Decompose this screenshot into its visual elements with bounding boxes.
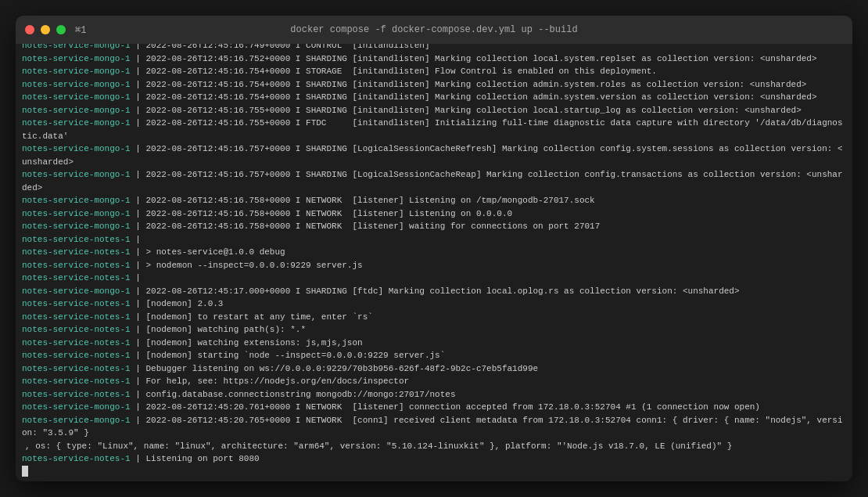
log-message: | [nodemon] watching path(s): *.* (131, 325, 306, 334)
log-line: notes-service-notes-1 | Listening on por… (22, 452, 846, 466)
log-message: | > notes-service@1.0.0 debug (131, 247, 285, 257)
log-message: | (131, 235, 141, 244)
log-line: notes-service-notes-1 | > notes-service@… (22, 246, 846, 259)
log-message: | config.database.connectionstring mongo… (131, 390, 456, 399)
log-line: notes-service-notes-1 | [nodemon] starti… (22, 349, 846, 362)
service-label: notes-service-notes-1 (22, 390, 131, 399)
service-label: notes-service-mongo-1 (22, 221, 131, 231)
log-message: | Listening on port 8080 (131, 454, 260, 463)
log-line: notes-service-notes-1 | (22, 233, 846, 247)
service-label: notes-service-notes-1 (22, 312, 131, 322)
log-line: notes-service-notes-1 | (22, 272, 846, 285)
log-line: notes-service-notes-1 | [nodemon] watchi… (22, 323, 846, 337)
service-label: notes-service-mongo-1 (22, 170, 131, 179)
log-line: notes-service-notes-1 | [nodemon] to res… (22, 311, 846, 324)
title-bar: ⌘1 docker compose -f docker-compose.dev.… (16, 16, 852, 44)
wrap-continuation: , os: { type: "Linux", name: "linux", ar… (22, 440, 846, 453)
log-message: | Debugger listening on ws://0.0.0.0:922… (131, 364, 539, 373)
log-message: | 2022-08-26T12:45:16.749+0000 I CONTROL… (131, 44, 430, 50)
service-label: notes-service-mongo-1 (22, 209, 131, 218)
log-message: | 2022-08-26T12:45:16.754+0000 I SHARDIN… (131, 92, 817, 102)
log-line: notes-service-mongo-1 | 2022-08-26T12:45… (22, 401, 846, 414)
log-message: | (131, 273, 141, 283)
log-message: | 2022-08-26T12:45:17.000+0000 I SHARDIN… (131, 286, 740, 296)
terminal-window: ⌘1 docker compose -f docker-compose.dev.… (16, 16, 852, 481)
minimize-button[interactable] (41, 25, 50, 34)
terminal-cursor (22, 466, 28, 477)
log-message: | > nodemon --inspect=0.0.0.0:9229 serve… (131, 261, 363, 270)
service-label: notes-service-notes-1 (22, 247, 131, 257)
log-message: | 2022-08-26T12:45:16.754+0000 I STORAGE… (131, 67, 657, 76)
log-line: notes-service-mongo-1 | 2022-08-26T12:45… (22, 142, 846, 168)
log-line: notes-service-mongo-1 | 2022-08-26T12:45… (22, 285, 846, 298)
service-label: notes-service-mongo-1 (22, 44, 131, 50)
shortcut-label: ⌘1 (75, 24, 86, 36)
log-line: notes-service-mongo-1 | 2022-08-26T12:45… (22, 168, 846, 194)
log-line: notes-service-mongo-1 | 2022-08-26T12:45… (22, 220, 846, 233)
service-label: notes-service-mongo-1 (22, 416, 131, 425)
log-line: notes-service-notes-1 | [nodemon] watchi… (22, 337, 846, 350)
log-line: notes-service-notes-1 | config.database.… (22, 388, 846, 402)
service-label: notes-service-mongo-1 (22, 80, 131, 89)
log-line: notes-service-mongo-1 | 2022-08-26T12:45… (22, 78, 846, 92)
service-label: notes-service-notes-1 (22, 273, 131, 283)
log-message: | [nodemon] starting `node --inspect=0.0… (131, 351, 446, 360)
log-line: notes-service-mongo-1 | 2022-08-26T12:45… (22, 65, 846, 78)
log-line: notes-service-mongo-1 | 2022-08-26T12:45… (22, 414, 846, 440)
service-label: notes-service-notes-1 (22, 325, 131, 334)
log-message: | For help, see: https://nodejs.org/en/d… (131, 376, 409, 386)
terminal-output[interactable]: ugh 2notes-service-mongo-1 | 2022-08-26T… (16, 44, 852, 481)
log-line: notes-service-notes-1 | > nodemon --insp… (22, 259, 846, 272)
log-message: | 2022-08-26T12:45:20.761+0000 I NETWORK… (131, 402, 760, 412)
log-message: | 2022-08-26T12:45:16.755+0000 I FTDC [i… (22, 118, 843, 141)
log-message: | 2022-08-26T12:45:16.757+0000 I SHARDIN… (22, 144, 843, 167)
service-label: notes-service-mongo-1 (22, 286, 131, 296)
log-line: notes-service-notes-1 | For help, see: h… (22, 375, 846, 388)
service-label: notes-service-mongo-1 (22, 92, 131, 102)
service-label: notes-service-mongo-1 (22, 144, 131, 153)
log-message: | 2022-08-26T12:45:16.752+0000 I SHARDIN… (131, 54, 817, 63)
log-line: notes-service-mongo-1 | 2022-08-26T12:45… (22, 117, 846, 142)
log-line: notes-service-mongo-1 | 2022-08-26T12:45… (22, 52, 846, 66)
service-label: notes-service-notes-1 (22, 364, 131, 373)
log-line: notes-service-mongo-1 | 2022-08-26T12:45… (22, 207, 846, 221)
log-line: notes-service-mongo-1 | 2022-08-26T12:45… (22, 104, 846, 117)
service-label: notes-service-mongo-1 (22, 106, 131, 115)
log-message: | 2022-08-26T12:45:16.758+0000 I NETWORK… (131, 209, 512, 218)
service-label: notes-service-notes-1 (22, 338, 131, 348)
close-button[interactable] (25, 25, 34, 34)
log-message: | [nodemon] 2.0.3 (131, 299, 224, 308)
service-label: notes-service-notes-1 (22, 299, 131, 308)
log-line: notes-service-mongo-1 | 2022-08-26T12:45… (22, 44, 846, 52)
log-message: | 2022-08-26T12:45:16.758+0000 I NETWORK… (131, 196, 595, 205)
log-message: | 2022-08-26T12:45:16.755+0000 I SHARDIN… (131, 106, 802, 115)
log-line: notes-service-notes-1 | [nodemon] 2.0.3 (22, 297, 846, 311)
window-title: docker compose -f docker-compose.dev.yml… (290, 24, 577, 35)
service-label: notes-service-notes-1 (22, 454, 131, 463)
log-message: | 2022-08-26T12:45:20.765+0000 I NETWORK… (22, 416, 843, 438)
service-label: notes-service-notes-1 (22, 261, 131, 270)
log-message: | 2022-08-26T12:45:16.757+0000 I SHARDIN… (22, 170, 843, 193)
service-label: notes-service-notes-1 (22, 235, 131, 244)
traffic-lights (25, 25, 66, 34)
log-line: notes-service-notes-1 | Debugger listeni… (22, 362, 846, 376)
log-message: | 2022-08-26T12:45:16.754+0000 I SHARDIN… (131, 80, 807, 89)
log-message: | 2022-08-26T12:45:16.758+0000 I NETWORK… (131, 221, 601, 231)
service-label: notes-service-mongo-1 (22, 402, 131, 412)
service-label: notes-service-mongo-1 (22, 196, 131, 205)
log-message: | [nodemon] watching extensions: js,mjs,… (131, 338, 363, 348)
service-label: notes-service-mongo-1 (22, 67, 131, 76)
log-line: notes-service-mongo-1 | 2022-08-26T12:45… (22, 91, 846, 104)
cursor-line (22, 466, 846, 477)
log-line: notes-service-mongo-1 | 2022-08-26T12:45… (22, 194, 846, 207)
maximize-button[interactable] (56, 25, 66, 34)
service-label: notes-service-mongo-1 (22, 118, 131, 128)
service-label: notes-service-notes-1 (22, 351, 131, 360)
service-label: notes-service-mongo-1 (22, 54, 131, 63)
service-label: notes-service-notes-1 (22, 376, 131, 386)
log-message: | [nodemon] to restart at any time, ente… (131, 312, 373, 322)
